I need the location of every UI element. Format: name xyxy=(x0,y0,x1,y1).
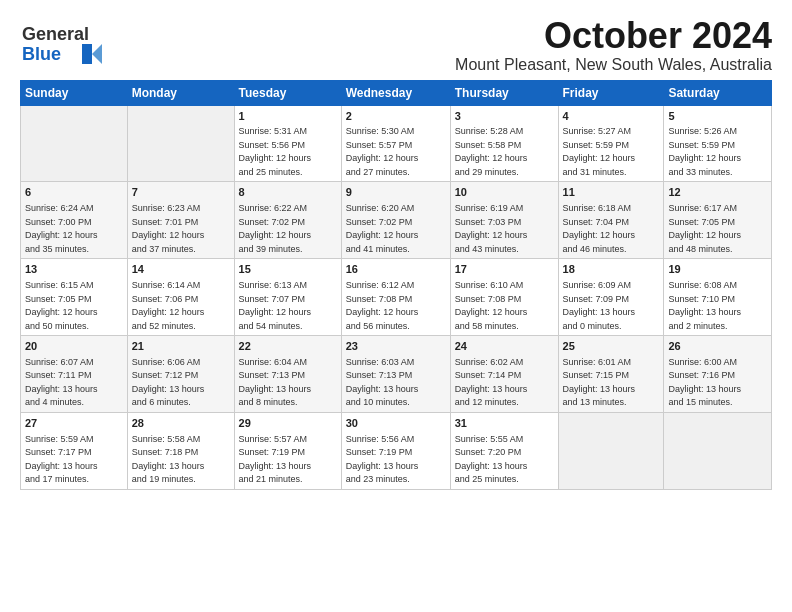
logo: General Blue xyxy=(20,16,110,66)
title-block: October 2024 Mount Pleasant, New South W… xyxy=(455,16,772,74)
calendar-header-monday: Monday xyxy=(127,80,234,105)
calendar-cell xyxy=(127,105,234,182)
day-info: Sunrise: 5:56 AM Sunset: 7:19 PM Dayligh… xyxy=(346,434,419,485)
calendar-cell: 2Sunrise: 5:30 AM Sunset: 5:57 PM Daylig… xyxy=(341,105,450,182)
day-info: Sunrise: 6:14 AM Sunset: 7:06 PM Dayligh… xyxy=(132,280,205,331)
calendar-cell: 26Sunrise: 6:00 AM Sunset: 7:16 PM Dayli… xyxy=(664,336,772,413)
svg-marker-2 xyxy=(82,44,92,64)
day-info: Sunrise: 5:28 AM Sunset: 5:58 PM Dayligh… xyxy=(455,126,528,177)
calendar-header-thursday: Thursday xyxy=(450,80,558,105)
day-info: Sunrise: 6:07 AM Sunset: 7:11 PM Dayligh… xyxy=(25,357,98,408)
calendar-week-3: 13Sunrise: 6:15 AM Sunset: 7:05 PM Dayli… xyxy=(21,259,772,336)
day-info: Sunrise: 5:27 AM Sunset: 5:59 PM Dayligh… xyxy=(563,126,636,177)
calendar-header-wednesday: Wednesday xyxy=(341,80,450,105)
calendar-week-5: 27Sunrise: 5:59 AM Sunset: 7:17 PM Dayli… xyxy=(21,412,772,489)
logo-svg: General Blue xyxy=(20,16,110,66)
calendar-week-4: 20Sunrise: 6:07 AM Sunset: 7:11 PM Dayli… xyxy=(21,336,772,413)
day-number: 16 xyxy=(346,262,446,277)
calendar-cell: 28Sunrise: 5:58 AM Sunset: 7:18 PM Dayli… xyxy=(127,412,234,489)
calendar-cell: 24Sunrise: 6:02 AM Sunset: 7:14 PM Dayli… xyxy=(450,336,558,413)
calendar-cell: 17Sunrise: 6:10 AM Sunset: 7:08 PM Dayli… xyxy=(450,259,558,336)
day-info: Sunrise: 6:08 AM Sunset: 7:10 PM Dayligh… xyxy=(668,280,741,331)
day-info: Sunrise: 6:12 AM Sunset: 7:08 PM Dayligh… xyxy=(346,280,419,331)
day-number: 25 xyxy=(563,339,660,354)
day-info: Sunrise: 6:24 AM Sunset: 7:00 PM Dayligh… xyxy=(25,203,98,254)
day-number: 13 xyxy=(25,262,123,277)
calendar-cell: 12Sunrise: 6:17 AM Sunset: 7:05 PM Dayli… xyxy=(664,182,772,259)
calendar-cell: 14Sunrise: 6:14 AM Sunset: 7:06 PM Dayli… xyxy=(127,259,234,336)
day-number: 11 xyxy=(563,185,660,200)
calendar-cell xyxy=(21,105,128,182)
day-info: Sunrise: 6:06 AM Sunset: 7:12 PM Dayligh… xyxy=(132,357,205,408)
calendar-cell: 21Sunrise: 6:06 AM Sunset: 7:12 PM Dayli… xyxy=(127,336,234,413)
calendar-cell: 9Sunrise: 6:20 AM Sunset: 7:02 PM Daylig… xyxy=(341,182,450,259)
calendar-cell: 3Sunrise: 5:28 AM Sunset: 5:58 PM Daylig… xyxy=(450,105,558,182)
day-info: Sunrise: 6:22 AM Sunset: 7:02 PM Dayligh… xyxy=(239,203,312,254)
calendar-cell: 15Sunrise: 6:13 AM Sunset: 7:07 PM Dayli… xyxy=(234,259,341,336)
day-info: Sunrise: 6:00 AM Sunset: 7:16 PM Dayligh… xyxy=(668,357,741,408)
day-info: Sunrise: 6:01 AM Sunset: 7:15 PM Dayligh… xyxy=(563,357,636,408)
day-number: 14 xyxy=(132,262,230,277)
calendar-week-2: 6Sunrise: 6:24 AM Sunset: 7:00 PM Daylig… xyxy=(21,182,772,259)
header: General Blue October 2024 Mount Pleasant… xyxy=(20,16,772,74)
calendar-header-saturday: Saturday xyxy=(664,80,772,105)
day-info: Sunrise: 6:04 AM Sunset: 7:13 PM Dayligh… xyxy=(239,357,312,408)
day-info: Sunrise: 5:26 AM Sunset: 5:59 PM Dayligh… xyxy=(668,126,741,177)
day-number: 4 xyxy=(563,109,660,124)
calendar-cell: 18Sunrise: 6:09 AM Sunset: 7:09 PM Dayli… xyxy=(558,259,664,336)
calendar-header-row: SundayMondayTuesdayWednesdayThursdayFrid… xyxy=(21,80,772,105)
calendar-cell: 4Sunrise: 5:27 AM Sunset: 5:59 PM Daylig… xyxy=(558,105,664,182)
day-info: Sunrise: 6:20 AM Sunset: 7:02 PM Dayligh… xyxy=(346,203,419,254)
day-number: 8 xyxy=(239,185,337,200)
calendar-cell: 30Sunrise: 5:56 AM Sunset: 7:19 PM Dayli… xyxy=(341,412,450,489)
calendar-cell xyxy=(558,412,664,489)
calendar-cell xyxy=(664,412,772,489)
calendar-cell: 20Sunrise: 6:07 AM Sunset: 7:11 PM Dayli… xyxy=(21,336,128,413)
day-number: 10 xyxy=(455,185,554,200)
day-info: Sunrise: 6:19 AM Sunset: 7:03 PM Dayligh… xyxy=(455,203,528,254)
calendar-week-1: 1Sunrise: 5:31 AM Sunset: 5:56 PM Daylig… xyxy=(21,105,772,182)
day-info: Sunrise: 5:59 AM Sunset: 7:17 PM Dayligh… xyxy=(25,434,98,485)
day-number: 18 xyxy=(563,262,660,277)
day-number: 27 xyxy=(25,416,123,431)
day-number: 9 xyxy=(346,185,446,200)
calendar-cell: 22Sunrise: 6:04 AM Sunset: 7:13 PM Dayli… xyxy=(234,336,341,413)
day-info: Sunrise: 6:09 AM Sunset: 7:09 PM Dayligh… xyxy=(563,280,636,331)
day-number: 12 xyxy=(668,185,767,200)
day-info: Sunrise: 5:30 AM Sunset: 5:57 PM Dayligh… xyxy=(346,126,419,177)
day-info: Sunrise: 5:55 AM Sunset: 7:20 PM Dayligh… xyxy=(455,434,528,485)
day-info: Sunrise: 6:18 AM Sunset: 7:04 PM Dayligh… xyxy=(563,203,636,254)
day-number: 28 xyxy=(132,416,230,431)
day-number: 20 xyxy=(25,339,123,354)
day-number: 2 xyxy=(346,109,446,124)
calendar-cell: 19Sunrise: 6:08 AM Sunset: 7:10 PM Dayli… xyxy=(664,259,772,336)
day-info: Sunrise: 5:57 AM Sunset: 7:19 PM Dayligh… xyxy=(239,434,312,485)
calendar-header-tuesday: Tuesday xyxy=(234,80,341,105)
calendar-cell: 25Sunrise: 6:01 AM Sunset: 7:15 PM Dayli… xyxy=(558,336,664,413)
day-info: Sunrise: 6:23 AM Sunset: 7:01 PM Dayligh… xyxy=(132,203,205,254)
day-number: 17 xyxy=(455,262,554,277)
day-number: 5 xyxy=(668,109,767,124)
calendar-cell: 31Sunrise: 5:55 AM Sunset: 7:20 PM Dayli… xyxy=(450,412,558,489)
day-number: 24 xyxy=(455,339,554,354)
svg-text:General: General xyxy=(22,24,89,44)
calendar-cell: 7Sunrise: 6:23 AM Sunset: 7:01 PM Daylig… xyxy=(127,182,234,259)
day-number: 26 xyxy=(668,339,767,354)
day-number: 6 xyxy=(25,185,123,200)
calendar-cell: 5Sunrise: 5:26 AM Sunset: 5:59 PM Daylig… xyxy=(664,105,772,182)
calendar-cell: 8Sunrise: 6:22 AM Sunset: 7:02 PM Daylig… xyxy=(234,182,341,259)
day-number: 15 xyxy=(239,262,337,277)
day-info: Sunrise: 6:10 AM Sunset: 7:08 PM Dayligh… xyxy=(455,280,528,331)
day-info: Sunrise: 6:13 AM Sunset: 7:07 PM Dayligh… xyxy=(239,280,312,331)
calendar-header-friday: Friday xyxy=(558,80,664,105)
day-number: 19 xyxy=(668,262,767,277)
day-number: 3 xyxy=(455,109,554,124)
calendar-table: SundayMondayTuesdayWednesdayThursdayFrid… xyxy=(20,80,772,490)
calendar-cell: 11Sunrise: 6:18 AM Sunset: 7:04 PM Dayli… xyxy=(558,182,664,259)
day-number: 29 xyxy=(239,416,337,431)
calendar-cell: 13Sunrise: 6:15 AM Sunset: 7:05 PM Dayli… xyxy=(21,259,128,336)
day-number: 1 xyxy=(239,109,337,124)
svg-text:Blue: Blue xyxy=(22,44,61,64)
svg-marker-3 xyxy=(92,44,102,64)
page-title: October 2024 xyxy=(455,16,772,56)
